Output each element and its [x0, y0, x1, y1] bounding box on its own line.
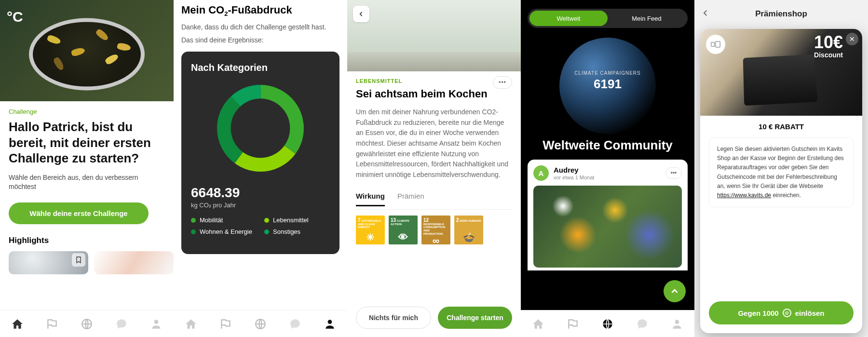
- post-avatar[interactable]: A: [533, 165, 549, 181]
- footprint-line2: Das sind deine Ergebnisse:: [181, 35, 339, 45]
- highlights-heading: Highlights: [0, 224, 174, 245]
- challenge-desc: Um den mit deiner Nahrung verbundenen CO…: [356, 107, 512, 180]
- categories-card: Nach Kategorien 6648.39 kg CO₂ pro Jahr …: [181, 52, 339, 254]
- highlight-card[interactable]: [9, 251, 88, 274]
- greeting-title: Hallo Patrick, bist du bereit, mit deine…: [9, 119, 165, 166]
- nav-flag[interactable]: [566, 317, 580, 331]
- voucher-modal: 10€ Discount ✕ 10 € RABATT Legen Sie die…: [700, 29, 862, 333]
- total-value: 6648.39: [191, 185, 330, 201]
- not-for-me-button[interactable]: Nichts für mich: [356, 307, 431, 329]
- discount-amount: 10€: [814, 34, 843, 51]
- screen-4-community: Weltweit Mein Feed CLIMATE CAMPAIGNERS 6…: [521, 0, 694, 337]
- post-author: Audrey: [554, 166, 661, 174]
- choose-challenge-button[interactable]: Wähle deine erste Challenge: [9, 202, 149, 224]
- footprint-line1: Danke, dass du dich der Challenge gestel…: [181, 22, 339, 32]
- sdg-12: 12 RESPONSIBLE CONSUMPTION AND PRODUCTIO…: [421, 216, 450, 244]
- discount-label: Discount: [814, 51, 843, 59]
- voucher-link[interactable]: https://www.kavits.de: [717, 192, 771, 199]
- coin-icon: @: [783, 309, 791, 317]
- greeting-sub: Wähle den Bereich aus, den du verbessern…: [9, 173, 165, 192]
- action-bar: Nichts für mich Challenge starten: [347, 298, 521, 337]
- community-post[interactable]: A Audrey vor etwa 1 Monat •••: [528, 160, 688, 270]
- sdg-7: 7 AFFORDABLE AND CLEAN ENERGY ☀: [356, 216, 385, 244]
- sdg-13: 13 CLIMATE ACTION 👁: [389, 216, 418, 244]
- tab-wirkung[interactable]: Wirkung: [356, 192, 385, 206]
- nav-home[interactable]: [184, 317, 198, 331]
- hero-image: [347, 0, 521, 71]
- nav-flag[interactable]: [45, 317, 59, 331]
- nav-chat[interactable]: [115, 317, 128, 331]
- earth-visual: CLIMATE CAMPAIGNERS 6191: [521, 33, 694, 129]
- screen-3-challenge-detail: ••• LEBENSMITTEL Sei achtsam beim Kochen…: [347, 0, 521, 337]
- nav-home[interactable]: [531, 317, 545, 331]
- donut-chart: [212, 80, 309, 176]
- toggle-worldwide[interactable]: Weltweit: [529, 11, 608, 26]
- card-title: Nach Kategorien: [191, 62, 330, 73]
- screen-1-home: °C Challenge Hallo Patrick, bist du bere…: [0, 0, 174, 337]
- svg-point-10: [675, 320, 679, 324]
- brand-badge: [706, 35, 725, 54]
- nav-globe[interactable]: [80, 317, 94, 331]
- community-headline: Weltweite Community: [521, 138, 694, 153]
- campaigners-count: 6191: [594, 77, 622, 92]
- hero-image: °C: [0, 0, 174, 101]
- nav-flag[interactable]: [219, 317, 232, 331]
- post-more-button[interactable]: •••: [665, 167, 682, 179]
- voucher-hero: 10€ Discount ✕: [700, 29, 862, 116]
- legend-label: Sonstiges: [273, 228, 300, 236]
- start-challenge-button[interactable]: Challenge starten: [438, 307, 512, 329]
- challenge-title: Sei achtsam beim Kochen: [356, 88, 512, 100]
- redeem-button[interactable]: Gegen 1000 @ einlösen: [709, 301, 854, 324]
- more-button[interactable]: •••: [493, 76, 512, 89]
- category-eyebrow: LEBENSMITTEL: [356, 78, 512, 84]
- post-time: vor etwa 1 Monat: [554, 175, 661, 180]
- tab-praemien[interactable]: Prämien: [397, 192, 424, 206]
- nav-profile[interactable]: [149, 317, 163, 331]
- svg-point-8: [328, 320, 332, 324]
- svg-rect-11: [711, 42, 715, 46]
- detail-tabs: Wirkung Prämien: [356, 189, 512, 210]
- nav-globe[interactable]: [601, 317, 614, 331]
- footprint-title: Mein CO2-Fußabdruck: [181, 4, 339, 17]
- post-photo: [533, 186, 682, 268]
- nav-home[interactable]: [11, 317, 24, 331]
- nav-profile[interactable]: [670, 317, 684, 331]
- svg-point-1: [154, 320, 159, 324]
- sdg-badges: 7 AFFORDABLE AND CLEAN ENERGY ☀ 13 CLIMA…: [356, 216, 512, 244]
- nav-chat[interactable]: [288, 317, 302, 331]
- legend: Mobilität Lebensmittel Wohnen & Energie …: [191, 216, 330, 236]
- shop-header: Prämienshop: [694, 0, 868, 28]
- back-button[interactable]: [701, 9, 710, 19]
- nav-profile[interactable]: [323, 317, 337, 331]
- svg-rect-12: [716, 41, 720, 47]
- legend-label: Mobilität: [200, 216, 223, 224]
- screen-2-footprint: Mein CO2-Fußabdruck Danke, dass du dich …: [174, 0, 347, 337]
- bookmark-button[interactable]: [72, 253, 85, 267]
- legend-label: Wohnen & Energie: [200, 228, 252, 236]
- screen-5-praemienshop: Prämienshop 10 € RABATT Legen Sie diesen…: [694, 0, 868, 337]
- toggle-my-feed[interactable]: Mein Feed: [608, 11, 686, 26]
- voucher-title: 10 € RABATT: [709, 122, 854, 131]
- scroll-top-fab[interactable]: [664, 280, 686, 302]
- feed-toggle: Weltweit Mein Feed: [528, 9, 688, 28]
- app-logo: °C: [7, 9, 23, 25]
- legend-label: Lebensmittel: [273, 216, 309, 224]
- voucher-text: Legen Sie diesen aktivierten Gutschein i…: [709, 137, 854, 207]
- campaigners-label: CLIMATE CAMPAIGNERS: [574, 70, 641, 76]
- bottom-nav: [0, 310, 174, 337]
- nav-chat[interactable]: [636, 317, 649, 331]
- nav-globe[interactable]: [254, 317, 267, 331]
- bottom-nav: [521, 310, 694, 337]
- bottom-nav: [174, 310, 347, 337]
- eyebrow: Challenge: [9, 108, 165, 115]
- back-button[interactable]: [353, 6, 369, 22]
- total-unit: kg CO₂ pro Jahr: [191, 202, 330, 209]
- shop-title: Prämienshop: [755, 9, 807, 19]
- highlight-card[interactable]: [94, 251, 174, 274]
- sdg-2: 2 ZERO HUNGER 🍲: [454, 216, 483, 244]
- close-button[interactable]: ✕: [846, 33, 858, 45]
